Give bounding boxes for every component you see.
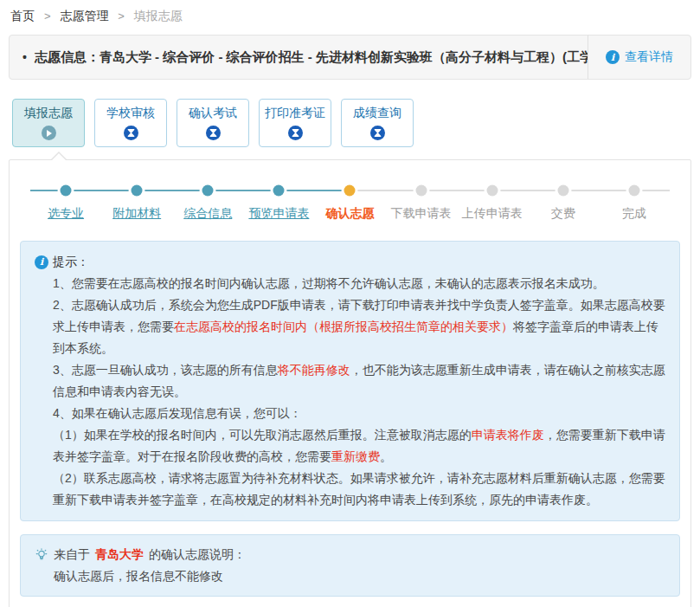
step-done: 预览申请表 — [243, 183, 314, 222]
step-dot-icon — [202, 185, 214, 197]
volunteer-info-bar: • 志愿信息： 青岛大学 - 综合评价 - 综合评价招生 - 先进材料创新实验班… — [9, 35, 691, 80]
tips-lines: 1、您需要在志愿高校的报名时间内确认志愿，过期将不允许确认志愿，未确认的志愿表示… — [35, 273, 665, 511]
hourglass-circle-icon — [206, 126, 221, 140]
step-done: 选专业 — [30, 183, 101, 222]
tip-highlight-text: 在志愿高校的报名时间内（根据所报高校招生简章的相关要求） — [174, 320, 513, 333]
breadcrumb-separator-icon: > — [118, 10, 125, 23]
tab[interactable]: 学校审核 — [94, 99, 167, 147]
main-panel: 选专业附加材料综合信息预览申请表确认志愿下载申请表上传申请表交费完成 i 提示：… — [9, 159, 691, 607]
step-label: 下载申请表 — [391, 206, 452, 222]
step-dot-icon — [273, 185, 285, 197]
tab-label: 打印准考证 — [265, 106, 325, 121]
stepper: 选专业附加材料综合信息预览申请表确认志愿下载申请表上传申请表交费完成 — [10, 160, 690, 222]
tip-text: （1）如果在学校的报名时间内，可以先取消志愿然后重报。注意被取消志愿的 — [53, 428, 472, 442]
step-label: 完成 — [622, 206, 646, 222]
school-name: 青岛大学 — [95, 544, 144, 565]
tip-highlight-text: 申请表将作废 — [472, 428, 544, 442]
step-label: 上传申请表 — [462, 206, 523, 222]
view-details-label: 查看详情 — [625, 49, 673, 65]
tip-text: 。 — [380, 449, 392, 463]
step-dot-icon — [132, 185, 143, 197]
step-dot-icon — [344, 185, 356, 197]
bullet-icon: • — [22, 50, 27, 64]
tab-bar: 填报志愿学校审核确认考试打印准考证成绩查询 — [12, 99, 691, 147]
tips-title-row: i 提示： — [35, 251, 665, 273]
tips-title: 提示： — [53, 251, 89, 273]
view-details-button[interactable]: i 查看详情 — [588, 36, 690, 79]
hourglass-circle-icon — [124, 126, 138, 140]
step-label[interactable]: 综合信息 — [183, 206, 232, 222]
step-dot-icon — [61, 185, 72, 197]
info-circle-icon: i — [606, 50, 620, 64]
step-pending: 完成 — [599, 183, 670, 222]
tip-text: 1、您需要在志愿高校的报名时间内确认志愿，过期将不允许确认志愿，未确认的志愿表示… — [53, 276, 605, 290]
tip-line: （2）联系志愿高校，请求将志愿置为待补充材料状态。如果请求被允许，请补充志愿材料… — [35, 468, 665, 511]
play-circle-icon — [42, 126, 56, 140]
lightbulb-icon — [35, 548, 48, 562]
info-circle-icon: i — [35, 255, 48, 269]
school-note-content: 确认志愿后，报名信息不能修改 — [35, 565, 665, 587]
step-label[interactable]: 选专业 — [48, 206, 84, 222]
school-note-head: 来自于 青岛大学 的确认志愿说明： — [35, 544, 665, 565]
volunteer-info-value: 青岛大学 - 综合评价 - 综合评价招生 - 先进材料创新实验班（高分子材料与工… — [100, 49, 588, 66]
tip-text: 3、志愿一旦确认成功，该志愿的所有信息 — [53, 363, 278, 377]
school-note-box: 来自于 青岛大学 的确认志愿说明： 确认志愿后，报名信息不能修改 — [20, 534, 680, 597]
tip-line: 2、志愿确认成功后，系统会为您生成PDF版申请表，请下载打印申请表并找中学负责人… — [35, 294, 665, 359]
volunteer-info-text: • 志愿信息： 青岛大学 - 综合评价 - 综合评价招生 - 先进材料创新实验班… — [10, 36, 588, 79]
step-pending: 下载申请表 — [386, 183, 457, 222]
breadcrumb-home[interactable]: 首页 — [10, 9, 35, 23]
breadcrumb-current-page: 填报志愿 — [134, 9, 183, 23]
step-current: 确认志愿 — [314, 183, 385, 222]
tip-line: 1、您需要在志愿高校的报名时间内确认志愿，过期将不允许确认志愿，未确认的志愿表示… — [35, 273, 665, 294]
breadcrumb-separator-icon: > — [44, 10, 51, 23]
step-label: 交费 — [551, 206, 575, 222]
step-pending: 交费 — [528, 183, 599, 222]
tip-line: （1）如果在学校的报名时间内，可以先取消志愿然后重报。注意被取消志愿的申请表将作… — [35, 424, 665, 468]
step-dot-icon — [415, 185, 427, 197]
step-dot-icon — [486, 185, 498, 197]
tips-box: i 提示： 1、您需要在志愿高校的报名时间内确认志愿，过期将不允许确认志愿，未确… — [20, 241, 680, 521]
school-note-suffix: 的确认志愿说明： — [149, 544, 246, 565]
tab-label: 学校审核 — [106, 106, 155, 121]
breadcrumb: 首页 > 志愿管理 > 填报志愿 — [9, 7, 691, 35]
step-label: 确认志愿 — [325, 206, 374, 222]
tab-label: 成绩查询 — [353, 106, 401, 121]
step-dot-icon — [628, 185, 639, 197]
hourglass-circle-icon — [370, 126, 385, 140]
step-done: 综合信息 — [172, 183, 243, 222]
school-note-prefix: 来自于 — [54, 544, 90, 565]
tip-text: （2）联系志愿高校，请求将志愿置为待补充材料状态。如果请求被允许，请补充志愿材料… — [53, 471, 665, 507]
tab[interactable]: 确认考试 — [177, 99, 249, 147]
breadcrumb-volunteer-management[interactable]: 志愿管理 — [60, 9, 108, 23]
tab-label: 确认考试 — [189, 106, 237, 121]
tip-text: 4、如果在确认志愿后发现信息有误，您可以： — [53, 406, 302, 420]
step-label[interactable]: 附加材料 — [112, 206, 161, 222]
volunteer-info-label: 志愿信息： — [35, 49, 100, 66]
tip-line: 4、如果在确认志愿后发现信息有误，您可以： — [35, 403, 665, 424]
tab[interactable]: 成绩查询 — [341, 99, 414, 147]
step-pending: 上传申请表 — [457, 183, 528, 222]
tip-highlight-text: 将不能再修改 — [278, 363, 350, 377]
tip-highlight-text: 重新缴费 — [331, 449, 380, 463]
step-done: 附加材料 — [101, 183, 172, 222]
tab-label: 填报志愿 — [24, 106, 73, 121]
page: 首页 > 志愿管理 > 填报志愿 • 志愿信息： 青岛大学 - 综合评价 - 综… — [0, 0, 700, 607]
step-label[interactable]: 预览申请表 — [248, 206, 309, 222]
tab[interactable]: 打印准考证 — [259, 99, 331, 147]
step-dot-icon — [557, 185, 568, 197]
tab[interactable]: 填报志愿 — [12, 99, 85, 147]
tip-line: 3、志愿一旦确认成功，该志愿的所有信息将不能再修改，也不能为该志愿重新生成申请表… — [35, 359, 665, 403]
hourglass-circle-icon — [288, 126, 303, 140]
